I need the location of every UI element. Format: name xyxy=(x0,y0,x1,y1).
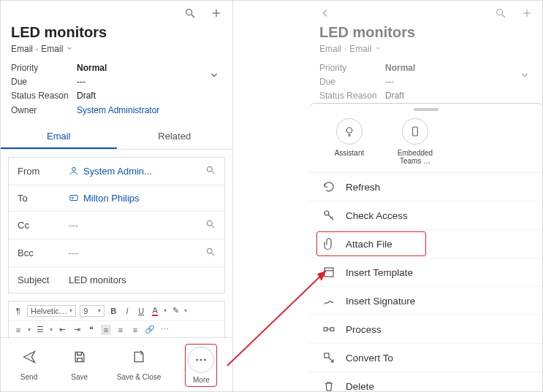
svg-line-10 xyxy=(212,226,215,228)
menu-check-access[interactable]: Check Access xyxy=(309,201,543,230)
menu-insert-template[interactable]: Insert Template xyxy=(309,258,543,287)
svg-point-0 xyxy=(186,9,192,15)
tab-bar: Email Related xyxy=(1,123,232,150)
convert-icon xyxy=(322,351,335,364)
key-icon xyxy=(322,209,335,222)
svg-point-9 xyxy=(207,220,212,226)
owner-link[interactable]: System Administrator xyxy=(77,104,159,118)
indent-icon[interactable]: ⇥ xyxy=(72,325,82,335)
align-left-icon[interactable]: ≡ xyxy=(101,325,111,335)
save-close-button[interactable]: Save & Close xyxy=(117,344,162,387)
highlight-icon[interactable]: ✎ xyxy=(170,306,181,316)
svg-line-6 xyxy=(212,172,215,174)
trash-icon xyxy=(322,380,335,391)
back-icon[interactable] xyxy=(319,7,331,19)
link-icon[interactable]: 🔗 xyxy=(145,325,155,335)
expand-chevron-icon[interactable] xyxy=(209,70,219,82)
entity-type[interactable]: Email·Email xyxy=(319,44,533,54)
to-row[interactable]: To Milton Philips xyxy=(9,185,224,212)
svg-point-5 xyxy=(207,166,212,172)
more-format-icon[interactable]: ⋯ xyxy=(159,325,170,335)
numbered-list-icon[interactable]: ☰ xyxy=(35,325,45,335)
more-button-highlight: More xyxy=(185,344,217,387)
font-select[interactable]: Helvetic…▾ xyxy=(27,305,76,317)
svg-line-1 xyxy=(191,15,194,18)
topbar xyxy=(309,1,543,21)
page-title: LED monitors xyxy=(319,24,533,41)
italic-icon[interactable]: I xyxy=(122,306,132,316)
svg-rect-27 xyxy=(324,328,327,331)
sheet-top-row: Assistant Embedded Teams … xyxy=(309,114,543,173)
title-block: LED monitors Email · Email xyxy=(1,21,232,58)
svg-line-12 xyxy=(212,253,215,256)
svg-point-14 xyxy=(200,359,202,361)
svg-point-24 xyxy=(324,211,329,215)
outdent-icon[interactable]: ⇤ xyxy=(57,325,67,335)
underline-icon[interactable]: U xyxy=(136,306,146,316)
svg-point-8 xyxy=(72,197,73,199)
align-right-icon[interactable]: ≡ xyxy=(130,325,140,335)
svg-rect-7 xyxy=(70,196,78,201)
svg-line-17 xyxy=(502,15,505,18)
paragraph-icon[interactable]: ¶ xyxy=(13,306,23,316)
add-icon[interactable] xyxy=(210,7,222,19)
from-row[interactable]: From System Admin... xyxy=(9,158,224,185)
menu-delete[interactable]: Delete xyxy=(309,372,543,391)
search-icon[interactable] xyxy=(205,247,216,259)
text-color-icon[interactable]: A xyxy=(150,306,160,316)
chevron-down-icon xyxy=(66,44,73,54)
page-title: LED monitors xyxy=(11,24,222,41)
subject-row[interactable]: Subject LED monitors xyxy=(9,267,224,293)
svg-point-4 xyxy=(72,168,76,172)
bold-icon[interactable]: B xyxy=(108,306,118,316)
editor-toolbar: ¶ Helvetic…▾ 9▾ B I U A▾ ✎▾ ≡▾ ☰▾ ⇤ ⇥ ❝ … xyxy=(8,301,225,339)
details-block: PriorityNormal Due--- Status ReasonDraft… xyxy=(1,58,232,119)
svg-point-20 xyxy=(346,128,352,134)
more-button[interactable]: More xyxy=(188,347,214,384)
topbar xyxy=(1,1,232,21)
person-icon xyxy=(69,166,79,176)
svg-point-16 xyxy=(497,9,503,15)
svg-rect-30 xyxy=(324,353,329,358)
template-icon xyxy=(322,266,335,279)
search-icon[interactable] xyxy=(205,165,216,177)
email-form: From System Admin... To Milton Philips C… xyxy=(8,157,225,293)
menu-insert-signature[interactable]: Insert Signature xyxy=(309,287,543,315)
tab-email[interactable]: Email xyxy=(1,123,117,149)
drag-handle[interactable] xyxy=(414,108,438,111)
search-icon[interactable] xyxy=(205,219,216,231)
action-bar: Send Save Save & Close More xyxy=(1,337,232,391)
size-select[interactable]: 9▾ xyxy=(80,305,105,317)
save-button[interactable]: Save xyxy=(67,344,93,387)
menu-list: Refresh Check Access Attach File Insert … xyxy=(309,173,543,391)
entity-type[interactable]: Email · Email xyxy=(11,44,222,54)
menu-refresh[interactable]: Refresh xyxy=(309,173,543,201)
svg-rect-25 xyxy=(324,268,333,277)
teams-button[interactable]: Embedded Teams … xyxy=(392,118,438,165)
contact-card-icon xyxy=(69,193,79,203)
svg-rect-28 xyxy=(330,328,334,331)
search-icon[interactable] xyxy=(495,7,506,19)
add-icon[interactable] xyxy=(521,7,533,19)
refresh-icon xyxy=(322,180,335,193)
cc-row[interactable]: Cc --- xyxy=(9,212,224,239)
attach-icon xyxy=(322,237,335,250)
menu-attach-file[interactable]: Attach File xyxy=(309,230,543,258)
search-icon[interactable] xyxy=(184,7,196,19)
left-pane: LED monitors Email · Email PriorityNorma… xyxy=(1,1,233,391)
signature-icon xyxy=(322,294,335,307)
process-icon xyxy=(322,323,335,336)
menu-convert-to[interactable]: Convert To xyxy=(309,344,543,372)
align-center-icon[interactable]: ≡ xyxy=(115,325,126,335)
svg-point-11 xyxy=(207,248,212,253)
action-sheet: Assistant Embedded Teams … Refresh Check… xyxy=(309,103,543,391)
menu-process[interactable]: Process xyxy=(309,315,543,344)
svg-rect-23 xyxy=(413,127,418,136)
assistant-button[interactable]: Assistant xyxy=(327,118,372,165)
list-icon[interactable]: ≡ xyxy=(13,325,23,335)
send-button[interactable]: Send xyxy=(16,344,42,387)
tab-related[interactable]: Related xyxy=(117,123,233,149)
bcc-row[interactable]: Bcc --- xyxy=(9,239,224,267)
quote-icon[interactable]: ❝ xyxy=(86,325,96,335)
right-pane: LED monitors Email·Email PriorityNormal … xyxy=(309,1,543,391)
